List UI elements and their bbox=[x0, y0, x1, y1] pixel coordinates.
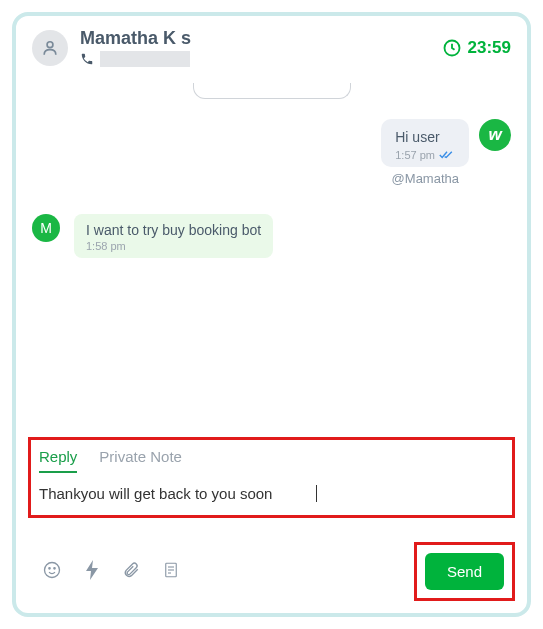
lightning-icon[interactable] bbox=[84, 560, 100, 584]
svg-point-4 bbox=[54, 567, 55, 568]
person-icon bbox=[40, 38, 60, 58]
svg-point-3 bbox=[49, 567, 50, 568]
phone-icon bbox=[80, 52, 94, 66]
send-highlight-box: Send bbox=[414, 542, 515, 601]
phone-number-redacted bbox=[100, 51, 190, 67]
reply-input[interactable] bbox=[39, 485, 317, 502]
message-time: 1:57 pm bbox=[395, 149, 435, 161]
svg-point-0 bbox=[47, 41, 53, 47]
double-check-icon bbox=[439, 150, 455, 160]
attachment-icon[interactable] bbox=[122, 560, 140, 584]
compose-area: Reply Private Note bbox=[16, 437, 527, 613]
contact-info: Mamatha K s bbox=[80, 28, 442, 67]
session-timer: 23:59 bbox=[442, 38, 511, 58]
incoming-message[interactable]: I want to try buy booking bot 1:58 pm bbox=[74, 214, 273, 258]
outgoing-message[interactable]: Hi user 1:57 pm bbox=[381, 119, 469, 167]
outgoing-message-row: Hi user 1:57 pm w bbox=[32, 119, 511, 167]
incoming-message-row: M I want to try buy booking bot 1:58 pm bbox=[32, 214, 511, 258]
timer-value: 23:59 bbox=[468, 38, 511, 58]
message-text: I want to try buy booking bot bbox=[86, 222, 261, 238]
emoji-icon[interactable] bbox=[42, 560, 62, 584]
collapsed-pill[interactable] bbox=[193, 83, 351, 99]
toolbar-icons bbox=[28, 560, 180, 584]
note-icon[interactable] bbox=[162, 560, 180, 584]
sender-mention: @Mamatha bbox=[32, 171, 459, 186]
phone-row bbox=[80, 51, 442, 67]
sender-avatar[interactable]: M bbox=[32, 214, 60, 242]
reply-highlight-box: Reply Private Note bbox=[28, 437, 515, 518]
tab-private-note[interactable]: Private Note bbox=[99, 448, 182, 473]
message-time: 1:58 pm bbox=[86, 240, 261, 252]
send-button[interactable]: Send bbox=[425, 553, 504, 590]
contact-name: Mamatha K s bbox=[80, 28, 442, 49]
contact-avatar[interactable] bbox=[32, 30, 68, 66]
chat-header: Mamatha K s 23:59 bbox=[16, 16, 527, 75]
compose-toolbar: Send bbox=[28, 542, 515, 601]
chat-window: Mamatha K s 23:59 Hi user 1:57 pm bbox=[12, 12, 531, 617]
tab-reply[interactable]: Reply bbox=[39, 448, 77, 473]
message-text: Hi user bbox=[395, 129, 455, 145]
message-list: Hi user 1:57 pm w @Mamatha M I want to t… bbox=[16, 75, 527, 437]
whatsapp-icon: w bbox=[479, 119, 511, 151]
clock-icon bbox=[442, 38, 462, 58]
svg-point-2 bbox=[45, 562, 60, 577]
message-time-row: 1:57 pm bbox=[395, 149, 455, 161]
compose-tabs: Reply Private Note bbox=[39, 448, 504, 473]
